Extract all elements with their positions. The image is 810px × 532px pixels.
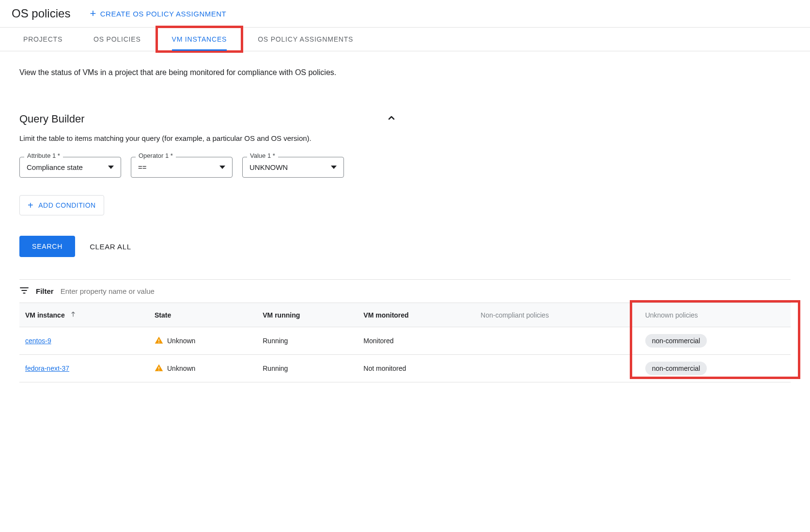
table-header-row: VM instance State VM running VM monitore…	[19, 303, 791, 327]
content-area: View the status of VMs in a project that…	[0, 51, 810, 398]
vm-instance-link[interactable]: fedora-next-37	[25, 365, 69, 372]
non-compliant-cell	[475, 327, 639, 355]
non-compliant-cell	[475, 355, 639, 382]
unknown-policy-chip[interactable]: non-commercial	[645, 362, 707, 375]
caret-down-icon	[331, 166, 337, 169]
query-builder-description: Limit the table to items matching your q…	[19, 134, 791, 142]
vm-table: VM instance State VM running VM monitore…	[19, 303, 791, 382]
vm-instance-link[interactable]: centos-9	[25, 337, 51, 345]
query-builder-header[interactable]: Query Builder	[19, 112, 397, 125]
value-label: Value 1 *	[247, 152, 278, 159]
tab-os-policy-assignments[interactable]: OS POLICY ASSIGNMENTS	[254, 28, 357, 51]
running-cell: Running	[257, 355, 358, 382]
operator-value: ==	[138, 163, 147, 171]
svg-rect-0	[158, 339, 159, 341]
add-condition-button[interactable]: + ADD CONDITION	[19, 195, 104, 215]
attribute-select[interactable]: Compliance state	[19, 157, 121, 178]
state-cell: Unknown	[155, 336, 251, 346]
caret-down-icon	[108, 166, 114, 169]
page-title: OS policies	[12, 7, 70, 20]
page-description: View the status of VMs in a project that…	[19, 67, 407, 78]
query-fields-row: Attribute 1 * Compliance state Operator …	[19, 157, 791, 178]
col-vm-monitored[interactable]: VM monitored	[358, 303, 475, 327]
monitored-cell: Monitored	[358, 327, 475, 355]
filter-row: Filter	[19, 279, 791, 303]
value-select[interactable]: UNKNOWN	[242, 157, 344, 178]
warning-icon	[155, 364, 163, 374]
col-state[interactable]: State	[149, 303, 257, 327]
svg-rect-3	[158, 369, 159, 370]
operator-select[interactable]: ==	[131, 157, 233, 178]
query-builder-title: Query Builder	[19, 113, 85, 125]
create-button-label: CREATE OS POLICY ASSIGNMENT	[100, 10, 227, 18]
col-vm-instance[interactable]: VM instance	[19, 303, 149, 327]
create-os-policy-assignment-button[interactable]: + CREATE OS POLICY ASSIGNMENT	[90, 8, 226, 19]
tab-vm-instances[interactable]: VM INSTANCES	[168, 28, 231, 51]
plus-icon: +	[28, 200, 33, 210]
monitored-cell: Not monitored	[358, 355, 475, 382]
operator-label: Operator 1 *	[136, 152, 176, 159]
operator-field: Operator 1 * ==	[131, 157, 233, 178]
tabs: PROJECTS OS POLICIES VM INSTANCES OS POL…	[0, 27, 810, 51]
table-row: fedora-next-37 Unknown Running Not monit…	[19, 355, 791, 382]
svg-rect-1	[158, 342, 159, 343]
warning-icon	[155, 336, 163, 346]
page-header: OS policies + CREATE OS POLICY ASSIGNMEN…	[0, 0, 810, 27]
col-vm-running[interactable]: VM running	[257, 303, 358, 327]
clear-all-button[interactable]: CLEAR ALL	[90, 243, 131, 251]
attribute-label: Attribute 1 *	[24, 152, 63, 159]
chevron-up-icon	[386, 112, 397, 125]
filter-input[interactable]	[61, 287, 791, 295]
col-non-compliant[interactable]: Non-compliant policies	[475, 303, 639, 327]
value-field: Value 1 * UNKNOWN	[242, 157, 344, 178]
svg-rect-2	[158, 366, 159, 369]
state-text: Unknown	[167, 365, 195, 372]
state-cell: Unknown	[155, 364, 251, 374]
query-builder-section: Query Builder Limit the table to items m…	[19, 112, 791, 257]
action-row: SEARCH CLEAR ALL	[19, 236, 791, 257]
running-cell: Running	[257, 327, 358, 355]
tab-projects[interactable]: PROJECTS	[19, 28, 66, 51]
unknown-policy-chip[interactable]: non-commercial	[645, 334, 707, 348]
attribute-value: Compliance state	[27, 163, 83, 171]
sort-ascending-icon	[70, 311, 77, 319]
tab-os-policies[interactable]: OS POLICIES	[90, 28, 145, 51]
attribute-field: Attribute 1 * Compliance state	[19, 157, 121, 178]
plus-icon: +	[90, 8, 96, 19]
add-condition-label: ADD CONDITION	[38, 201, 96, 209]
caret-down-icon	[219, 166, 225, 169]
value-value: UNKNOWN	[249, 163, 288, 171]
table-row: centos-9 Unknown Running Monitored non-c…	[19, 327, 791, 355]
col-unknown-policies[interactable]: Unknown policies	[639, 303, 791, 327]
state-text: Unknown	[167, 337, 195, 345]
filter-label: Filter	[36, 287, 54, 295]
search-button[interactable]: SEARCH	[19, 236, 75, 257]
filter-icon	[19, 287, 29, 296]
